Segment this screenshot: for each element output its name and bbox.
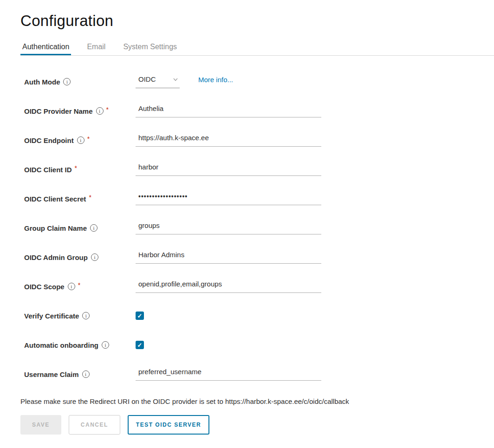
field-control: ✓ [136,312,144,320]
username-claim-input[interactable] [136,368,321,381]
oidc-admin-group-info-icon[interactable]: i [91,253,98,261]
verify-certificate-checkbox[interactable]: ✓ [136,312,144,320]
field-label: OIDC Admin Group [24,253,88,261]
field-label: OIDC Client Secret [24,195,86,203]
field-label-group: Username Claim i [24,370,136,378]
field-control [136,280,321,293]
field-label-group: Automatic onboarding i [24,341,136,349]
tab-authentication[interactable]: Authentication [20,43,71,55]
group-claim-name-input[interactable] [136,221,321,234]
field-label: Verify Certificate [24,312,79,320]
required-asterisk: * [78,281,80,289]
field-control: OIDC More info... [136,75,233,88]
field-label: Group Claim Name [24,224,87,232]
group-claim-name-info-icon[interactable]: i [90,224,98,232]
form-row-group-claim-name: Group Claim Name i [20,219,494,237]
field-label-group: OIDC Endpoint i * [24,136,136,144]
form-row-oidc-scope: OIDC Scope i * [20,277,494,296]
field-label-group: Auth Mode i [24,78,136,86]
field-control [136,134,321,147]
tab-email[interactable]: Email [85,43,107,55]
form-row-verify-certificate: Verify Certificate i ✓ [20,306,494,325]
field-label: OIDC Scope [24,283,65,291]
auth-mode-select[interactable]: OIDC [136,75,180,88]
field-label-group: Group Claim Name i [24,224,136,232]
tab-system-settings[interactable]: System Settings [121,43,179,55]
oidc-provider-name-info-icon[interactable]: i [96,107,104,115]
tab-label: Email [87,43,105,51]
checkmark-icon: ✓ [137,342,143,348]
form-row-username-claim: Username Claim i [20,365,494,383]
field-control [136,221,321,234]
redirect-uri-note: Please make sure the Redirect URI on the… [20,397,494,405]
auth-config-form: Auth Mode i OIDC More info... OIDC Provi… [20,72,494,383]
field-control: ✓ [136,341,144,349]
username-claim-info-icon[interactable]: i [82,370,90,378]
field-control [136,368,321,381]
form-row-oidc-client-secret: OIDC Client Secret * [20,189,494,208]
oidc-client-secret-input[interactable] [136,193,321,205]
field-label-group: OIDC Client ID * [24,166,136,174]
form-actions: SAVE CANCEL TEST OIDC SERVER [20,415,494,435]
field-label: OIDC Endpoint [24,136,74,144]
form-row-oidc-client-id: OIDC Client ID * [20,160,494,179]
form-row-oidc-admin-group: OIDC Admin Group i [20,248,494,266]
tab-label: System Settings [123,43,177,51]
field-label: Automatic onboarding [24,341,98,349]
chevron-down-icon [172,76,179,83]
cancel-button[interactable]: CANCEL [69,415,120,435]
required-asterisk: * [75,164,77,172]
oidc-endpoint-input[interactable] [136,134,321,147]
required-asterisk: * [87,135,90,143]
automatic-onboarding-info-icon[interactable]: i [102,341,109,349]
checkmark-icon: ✓ [137,313,143,319]
form-row-oidc-provider-name: OIDC Provider Name i * [20,102,494,120]
field-label-group: OIDC Provider Name i * [24,107,136,115]
oidc-provider-name-input[interactable] [136,104,321,117]
save-button[interactable]: SAVE [20,415,61,435]
oidc-scope-info-icon[interactable]: i [68,283,75,290]
form-row-oidc-endpoint: OIDC Endpoint i * [20,131,494,149]
page-title: Configuration [20,12,494,30]
field-label: Auth Mode [24,78,60,86]
field-label-group: Verify Certificate i [24,312,136,320]
field-label: Username Claim [24,370,79,378]
field-control [136,104,321,117]
field-control [136,193,321,205]
test-oidc-server-button[interactable]: TEST OIDC SERVER [128,415,209,435]
field-label-group: OIDC Client Secret * [24,195,136,203]
auth-mode-more-info-link[interactable]: More info... [198,76,233,88]
required-asterisk: * [89,194,91,201]
field-label-group: OIDC Scope i * [24,283,136,291]
tab-bar: Authentication Email System Settings [20,43,494,56]
oidc-admin-group-input[interactable] [136,251,321,264]
configuration-page: Configuration Authentication Email Syste… [0,0,494,435]
field-label: OIDC Provider Name [24,107,93,115]
automatic-onboarding-checkbox[interactable]: ✓ [136,341,144,349]
form-row-auth-mode: Auth Mode i OIDC More info... [20,72,494,91]
form-row-automatic-onboarding: Automatic onboarding i ✓ [20,336,494,354]
oidc-client-id-input[interactable] [136,163,321,176]
field-control [136,251,321,264]
required-asterisk: * [106,106,109,113]
oidc-scope-input[interactable] [136,280,321,293]
field-control [136,163,321,176]
select-value: OIDC [138,75,156,83]
field-label-group: OIDC Admin Group i [24,253,136,261]
oidc-endpoint-info-icon[interactable]: i [77,136,84,144]
verify-certificate-info-icon[interactable]: i [82,312,90,319]
field-label: OIDC Client ID [24,166,72,174]
tab-label: Authentication [22,43,69,51]
auth-mode-info-icon[interactable]: i [63,78,71,85]
